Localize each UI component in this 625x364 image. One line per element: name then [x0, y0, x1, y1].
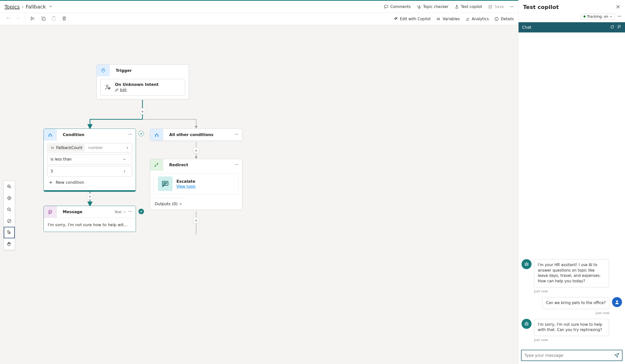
svg-rect-2 [489, 5, 492, 8]
condition-node[interactable]: Condition [43, 129, 136, 192]
copy-button[interactable] [39, 14, 47, 23]
test-copilot-button[interactable]: Test copilot [455, 4, 482, 9]
svg-point-7 [31, 17, 32, 18]
chat-user-message: Can we bring pets to the office? [522, 297, 622, 309]
redirect-overflow-button[interactable] [235, 163, 239, 167]
trash-icon [62, 16, 67, 21]
add-node-button[interactable]: + [139, 108, 146, 115]
message-status-check-icon [138, 209, 144, 214]
selection-tool-button[interactable] [4, 227, 15, 238]
svg-point-29 [238, 134, 238, 135]
new-condition-button[interactable]: New condition [47, 178, 86, 187]
condition-value: 3 [50, 169, 53, 174]
chevron-down-icon [120, 156, 129, 163]
zoom-in-icon [7, 184, 12, 189]
details-button[interactable]: Details [494, 17, 514, 21]
redirect-node[interactable]: Redirect [150, 159, 242, 210]
info-icon [494, 17, 499, 21]
chat-bot-message: I'm sorry, I'm not sure how to help with… [522, 319, 622, 336]
undo-button[interactable] [4, 14, 12, 23]
chat-timestamp: Just now [522, 311, 610, 315]
panel-close-button[interactable] [616, 4, 621, 10]
message-preview[interactable]: I'm sorry, I'm not sure how to help wit.… [44, 218, 136, 232]
svg-rect-0 [384, 5, 388, 8]
bot-avatar [522, 259, 532, 269]
pan-tool-button[interactable] [4, 238, 15, 250]
redirect-target-card[interactable]: Escalate View topic [154, 173, 239, 194]
svg-point-14 [106, 85, 108, 87]
chat-input[interactable] [524, 353, 614, 358]
chat-flag-button[interactable] [617, 25, 622, 30]
undo-dropdown-button[interactable] [15, 15, 21, 22]
message-type-dropdown[interactable]: Text [115, 210, 126, 214]
delete-button[interactable] [60, 14, 68, 23]
topic-checker-button[interactable]: Topic checker [417, 4, 448, 9]
all-other-overflow-button[interactable] [235, 132, 239, 137]
chat-bot-message: I'm your HR assitant! I use AI to answer… [522, 259, 622, 287]
reset-zoom-button[interactable] [4, 215, 15, 227]
paste-button[interactable] [50, 14, 58, 23]
trigger-edit-link[interactable]: Edit [115, 88, 127, 92]
breadcrumb-dropdown[interactable] [48, 3, 54, 11]
condition-variable-row[interactable]: FallbackCount number [47, 143, 132, 153]
comments-button[interactable]: Comments [384, 4, 411, 9]
message-type-label: Text [115, 210, 122, 214]
all-other-conditions-node[interactable]: All other conditions [150, 129, 242, 141]
save-button[interactable]: Save [488, 4, 504, 9]
send-icon [614, 352, 620, 358]
cut-button[interactable] [29, 14, 37, 23]
fit-view-button[interactable] [4, 192, 15, 204]
test-copilot-label: Test copilot [461, 4, 482, 9]
chat-reset-button[interactable] [610, 25, 615, 30]
message-title: Message [60, 206, 85, 218]
variable-icon [436, 17, 441, 21]
trigger-event-card[interactable]: On Unknown Intent Edit [100, 79, 185, 96]
chat-timestamp: Just now [534, 338, 622, 342]
breadcrumb: Topics › Fallback [4, 3, 54, 11]
breadcrumb-root[interactable]: Topics [4, 4, 20, 10]
message-lines-icon [161, 180, 169, 187]
chevron-down-icon [16, 17, 20, 20]
chat-bubble-icon [48, 209, 53, 214]
variable-type: number [86, 146, 105, 150]
condition-value-row[interactable]: 3 [47, 166, 132, 177]
send-button[interactable] [614, 352, 620, 359]
condition-overflow-button[interactable] [128, 132, 132, 137]
chevron-down-icon [610, 15, 612, 18]
svg-point-33 [238, 164, 238, 165]
view-topic-link[interactable]: View topic [176, 184, 196, 189]
chevron-right-icon [120, 168, 129, 175]
zoom-out-button[interactable] [4, 204, 15, 215]
svg-point-40 [618, 16, 619, 16]
trigger-iconbox [97, 65, 110, 76]
top-overflow-button[interactable] [510, 5, 514, 9]
outputs-toggle[interactable]: Outputs (0) [150, 198, 187, 210]
add-node-button[interactable]: + [193, 147, 199, 154]
all-other-title: All other conditions [167, 129, 216, 141]
add-node-button[interactable]: + [193, 217, 199, 224]
edit-with-copilot-button[interactable]: Edit with Copilot [393, 17, 431, 21]
analytics-button[interactable]: Analytics [465, 17, 489, 21]
add-node-button[interactable]: + [87, 193, 93, 200]
svg-point-49 [527, 324, 528, 324]
tracking-toggle[interactable]: Tracking: on [581, 13, 615, 20]
panel-overflow-button[interactable] [618, 14, 622, 19]
bot-avatar [522, 319, 532, 329]
operator-value: is less than [50, 157, 72, 162]
undo-icon [6, 16, 11, 21]
zoom-in-button[interactable] [4, 181, 15, 192]
message-overflow-button[interactable] [128, 209, 132, 214]
trigger-node[interactable]: Trigger On Unknown Intent Edit [96, 64, 189, 99]
svg-point-31 [235, 164, 236, 165]
canvas[interactable]: Trigger On Unknown Intent Edit [0, 25, 518, 364]
variables-button[interactable]: Variables [436, 17, 460, 21]
trigger-edit-label: Edit [120, 88, 127, 92]
more-icon [510, 5, 514, 9]
message-node[interactable]: Message Text [43, 206, 136, 232]
chat-body[interactable]: I'm your HR assitant! I use AI to answer… [519, 32, 625, 348]
tracking-label: Tracking: on [587, 14, 608, 18]
svg-point-45 [527, 264, 528, 265]
redirect-icon [154, 163, 159, 168]
condition-operator-row[interactable]: is less than [47, 154, 132, 165]
svg-point-32 [236, 164, 237, 165]
